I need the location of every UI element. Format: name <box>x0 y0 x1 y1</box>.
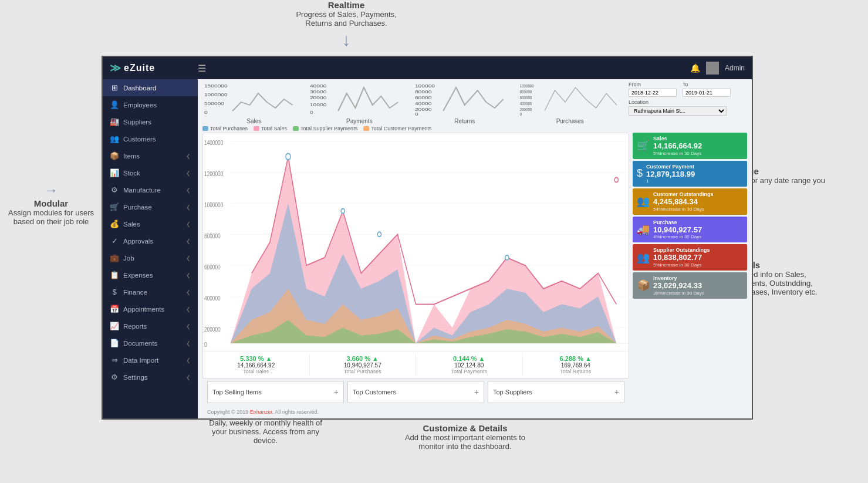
stat-card-title: Customer Outstandings <box>653 191 743 197</box>
avatar <box>706 62 719 75</box>
legend-total-sales: Total Sales <box>254 126 287 131</box>
stat-card-5[interactable]: 📦 Inventory 23,029,924.33 39%Increase in… <box>633 272 747 299</box>
annotation-modular-desc: Assign modules for users based on their … <box>8 208 94 226</box>
big-chart: 1400000 1200000 1000000 800000 600000 40… <box>202 133 629 379</box>
top-selling-items-label: Top Selling Items <box>212 389 262 396</box>
stat-card-info: Inventory 23,029,924.33 39%Increase in 3… <box>653 275 743 296</box>
sidebar-item-job[interactable]: 💼 Job ❮ <box>103 249 198 266</box>
sidebar-item-label: Purchase <box>123 204 182 211</box>
from-label: From <box>629 82 677 87</box>
stat-purchases-label: Total Purchases <box>312 369 414 374</box>
to-input[interactable] <box>683 89 731 97</box>
stat-returns-pct: 6.288 % ▲ <box>525 355 627 362</box>
svg-point-45 <box>614 178 618 183</box>
svg-text:40000: 40000 <box>309 84 326 89</box>
stat-card-2[interactable]: 👥 Customer Outstandings 4,245,884.34 54%… <box>633 188 747 215</box>
from-input[interactable] <box>629 89 677 97</box>
to-filter: To <box>683 82 731 97</box>
chart-legend: Total Purchases Total Sales Total Suppli… <box>198 124 752 133</box>
stat-total-returns: 6.288 % ▲ 169,769.64 Total Returns <box>523 354 629 376</box>
app-window: ≫ eZuite ☰ 🔔 Admin ⊞ Dashboard 👤 Employe… <box>102 56 753 420</box>
sidebar-item-finance[interactable]: $ Finance ❮ <box>103 283 198 300</box>
sidebar-item-sales[interactable]: 💰 Sales ❮ <box>103 215 198 232</box>
sidebar-item-label: Dashboard <box>123 85 191 92</box>
bottom-panels: Top Selling Items + Top Customers + Top … <box>202 381 629 406</box>
sidebar-icon: 👥 <box>110 134 119 143</box>
stat-card-0[interactable]: 🛒 Sales 14,166,664.92 5%Increase in 30 D… <box>633 133 747 159</box>
top-suppliers-label: Top Suppliers <box>493 389 532 396</box>
stat-card-value: 10,838,802.77 <box>653 253 743 262</box>
sidebar-item-suppliers[interactable]: 🏭 Suppliers <box>103 113 198 130</box>
sidebar-item-label: Appointments <box>123 306 182 313</box>
sidebar-item-settings[interactable]: ⚙ Settings ❮ <box>103 369 198 386</box>
stat-card-icon: 🚚 <box>637 223 650 236</box>
stat-sales-pct: 5.330 % ▲ <box>205 355 307 362</box>
sidebar-item-items[interactable]: 📦 Items ❮ <box>103 147 198 164</box>
stat-returns-label: Total Returns <box>525 369 627 374</box>
sidebar-item-appointments[interactable]: 📅 Appointments ❮ <box>103 300 198 318</box>
top-selling-items-expand[interactable]: + <box>334 387 339 397</box>
stat-card-sub: 5%Increase in 30 Days <box>653 262 743 268</box>
mini-chart-payments-label: Payments <box>308 118 411 124</box>
stat-card-info: Purchase 10,940,927.57 4%Increase in 30 … <box>653 219 743 240</box>
stat-payments-label: Total Payments <box>418 369 520 374</box>
svg-text:0: 0 <box>519 112 522 116</box>
sidebar-item-approvals[interactable]: ✓ Approvals ❮ <box>103 232 198 249</box>
svg-text:60000: 60000 <box>415 96 432 100</box>
stats-row: 5.330 % ▲ 14,166,664.92 Total Sales 3.66… <box>203 351 629 378</box>
sidebar-icon: 🏭 <box>110 117 119 126</box>
legend-sales-color <box>254 126 259 131</box>
sidebar-icon: 📋 <box>110 271 119 279</box>
stat-card-sub: 4%Increase in 30 Days <box>653 234 743 239</box>
svg-text:20000: 20000 <box>309 96 326 100</box>
sidebar-item-label: Settings <box>123 374 182 381</box>
svg-text:30000: 30000 <box>309 90 326 94</box>
top-customers-expand[interactable]: + <box>474 387 479 397</box>
sidebar-item-documents[interactable]: 📄 Documents ❮ <box>103 335 198 352</box>
annotation-realtime-title: Realtime <box>288 0 405 10</box>
sidebar-arrow-icon: ❮ <box>186 255 191 261</box>
svg-point-42 <box>341 209 345 214</box>
mini-chart-purchases: 1000000 800000 600000 400000 200000 0 Pu… <box>519 82 622 124</box>
from-filter: From <box>629 82 677 97</box>
sidebar-item-label: Sales <box>123 221 182 228</box>
topbar: ≫ eZuite ☰ 🔔 Admin <box>103 57 752 79</box>
sidebar-item-label: Customers <box>123 136 191 143</box>
mini-charts-container: 1500000 1000000 500000 0 Sales 40000 300… <box>202 82 622 124</box>
sidebar-arrow-icon: ❮ <box>186 238 191 244</box>
stat-card-icon: $ <box>637 167 643 180</box>
stat-card-1[interactable]: $ Customer Payment 12,879,118.99 1 <box>633 161 747 187</box>
stat-card-value: 14,166,664.92 <box>653 141 743 151</box>
sidebar-icon: ⊞ <box>110 83 119 92</box>
svg-text:600000: 600000 <box>204 264 221 271</box>
location-select[interactable]: Rathnapura Main St... <box>629 106 727 116</box>
stat-card-3[interactable]: 🚚 Purchase 10,940,927.57 4%Increase in 3… <box>633 217 747 243</box>
hamburger-button[interactable]: ☰ <box>198 63 690 74</box>
sidebar-icon: 👤 <box>110 100 119 109</box>
sidebar-item-label: Stock <box>123 170 182 177</box>
svg-text:1400000: 1400000 <box>204 139 223 146</box>
sidebar-item-manufacture[interactable]: ⚙ Manufacture ❮ <box>103 181 198 198</box>
annotation-realtime-desc: Progress of Sales, Payments, Returns and… <box>296 10 396 28</box>
sidebar-item-dashboard[interactable]: ⊞ Dashboard <box>103 79 198 96</box>
sidebar-item-label: Reports <box>123 323 182 330</box>
stat-card-4[interactable]: 👥 Supplier Outstandings 10,838,802.77 5%… <box>633 244 747 271</box>
sidebar-item-reports[interactable]: 📈 Reports ❮ <box>103 318 198 335</box>
sidebar-icon: 🛒 <box>110 202 119 211</box>
sidebar-item-expenses[interactable]: 📋 Expenses ❮ <box>103 266 198 283</box>
top-selling-items-panel: Top Selling Items + <box>207 381 344 403</box>
top-suppliers-expand[interactable]: + <box>614 387 619 397</box>
sidebar-item-customers[interactable]: 👥 Customers <box>103 130 198 147</box>
app-body: ⊞ Dashboard 👤 Employees 🏭 Suppliers 👥 Cu… <box>103 79 752 418</box>
location-label: Location <box>629 99 747 105</box>
notification-bell-icon[interactable]: 🔔 <box>690 63 700 73</box>
svg-text:10000: 10000 <box>309 103 326 107</box>
sidebar-arrow-icon: ❮ <box>186 187 191 193</box>
sidebar-item-purchase[interactable]: 🛒 Purchase ❮ <box>103 198 198 215</box>
sidebar-item-stock[interactable]: 📊 Stock ❮ <box>103 164 198 181</box>
sidebar-arrow-icon: ❮ <box>186 289 191 295</box>
stat-card-value: 10,940,927.57 <box>653 225 743 235</box>
sidebar-item-employees[interactable]: 👤 Employees <box>103 96 198 113</box>
sidebar-item-data-import[interactable]: ⇒ Data Import ❮ <box>103 352 198 369</box>
svg-text:1000000: 1000000 <box>204 93 228 97</box>
